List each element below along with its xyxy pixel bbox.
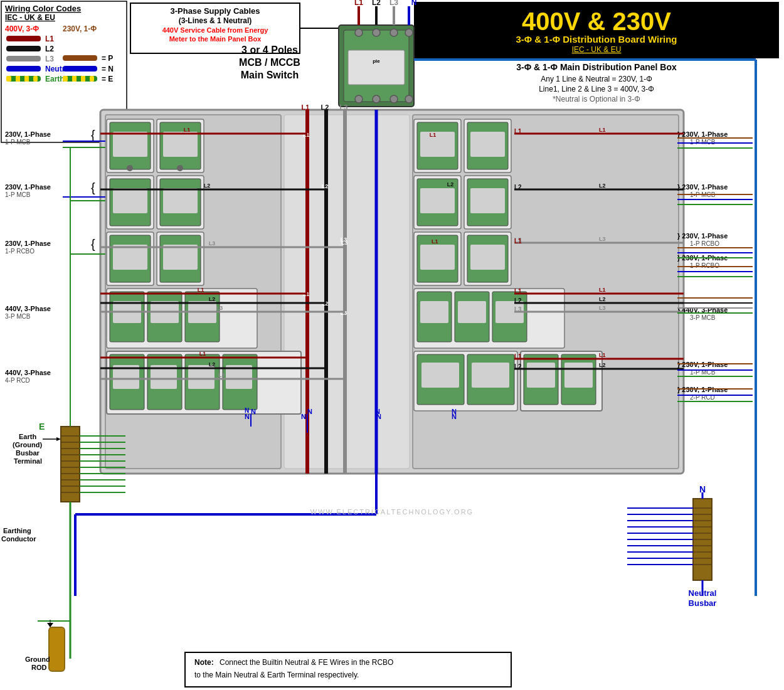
right-wire-l3-r4: L3 bbox=[599, 305, 606, 311]
svg-rect-34 bbox=[348, 50, 405, 85]
supply-meter-text: Meter to the Main Panel Box bbox=[169, 35, 262, 43]
wiring-codes-subtitle: IEC - UK & EU bbox=[5, 13, 55, 22]
main-diagram: Wiring Color Codes IEC - UK & EU 400V, 3… bbox=[0, 0, 784, 690]
svg-rect-116 bbox=[472, 363, 509, 388]
panel-info-line3: *Neutral is Optional in 3-Φ bbox=[553, 95, 640, 104]
wire-l1-row4: L1 bbox=[198, 287, 204, 293]
wire-l3-row5: L3 bbox=[218, 372, 225, 378]
panel-bottom-n1: N bbox=[251, 408, 256, 415]
busbar-l2: L2 bbox=[321, 104, 329, 111]
svg-rect-98 bbox=[470, 188, 505, 213]
wire-l1-row5: L1 bbox=[199, 351, 206, 357]
svg-rect-23 bbox=[90, 76, 94, 82]
svg-rect-92 bbox=[470, 132, 505, 157]
svg-rect-5 bbox=[6, 66, 41, 72]
svg-rect-61 bbox=[113, 188, 147, 213]
panel-bottom-n3: N bbox=[375, 408, 380, 415]
svg-rect-193 bbox=[49, 627, 65, 671]
left-label-5-sub: 4-P RCD bbox=[5, 377, 30, 384]
svg-rect-109 bbox=[420, 301, 448, 323]
right-label-2-main: } 230V, 1-Phase bbox=[677, 183, 728, 191]
svg-rect-20 bbox=[77, 76, 81, 82]
wire-l3-row3: L3 bbox=[209, 240, 216, 247]
svg-rect-2 bbox=[6, 36, 41, 41]
phase1-label: 230V, 1-Φ bbox=[63, 24, 97, 33]
svg-rect-121 bbox=[564, 363, 593, 388]
left-label-2-sub: 1-P MCB bbox=[5, 191, 31, 198]
svg-rect-89 bbox=[420, 132, 455, 157]
right-label-3b-sub: 1-P RCBO bbox=[690, 262, 719, 269]
svg-rect-3 bbox=[6, 46, 41, 51]
svg-rect-115 bbox=[421, 363, 459, 388]
busbar-label: Busbar bbox=[16, 449, 40, 457]
watermark: WWW.ELECTRICALTECHNOLOGY.ORG bbox=[310, 508, 474, 516]
switch-brand: ple bbox=[373, 58, 380, 64]
neutral-busbar-sublabel: Busbar bbox=[689, 598, 717, 608]
main-title-iec: IEC - UK & EU bbox=[572, 45, 622, 54]
note-text-line1: Connect the Builtin Neutral & FE Wires i… bbox=[220, 658, 393, 667]
svg-rect-95 bbox=[420, 188, 455, 213]
panel-right-l1-rcbo: L1 bbox=[514, 238, 522, 245]
right-l2-r2: L2 bbox=[447, 181, 454, 188]
right-l1-r1: L1 bbox=[430, 132, 437, 138]
ground-rod-label2: ROD bbox=[31, 664, 47, 671]
right-label-3-sub: 1-P RCBO bbox=[690, 240, 719, 247]
svg-rect-168 bbox=[61, 427, 80, 502]
svg-rect-101 bbox=[420, 245, 455, 270]
panel-info-line1: Any 1 Line & Neutral = 230V, 1-Φ bbox=[541, 75, 652, 83]
main-title-voltage: 400V & 230V bbox=[522, 8, 671, 35]
left-label-4-main: 440V, 3-Phase bbox=[5, 305, 51, 312]
note-text-line2: to the Main Neutral & Earth Terminal res… bbox=[194, 671, 359, 679]
top-l2-label: L2 bbox=[372, 0, 381, 7]
main-title-subtitle: 3-Φ & 1-Φ Distribution Board Wiring bbox=[516, 34, 677, 45]
left-bracket-1: { bbox=[91, 128, 95, 142]
earth-label: Earth bbox=[45, 75, 65, 83]
left-label-1-sub: 1-P MCB bbox=[5, 139, 31, 146]
right-wire-l3-r3: L3 bbox=[599, 236, 606, 242]
n-label: = N bbox=[102, 65, 114, 73]
panel-n-left: N bbox=[245, 413, 250, 420]
svg-rect-13 bbox=[33, 76, 38, 82]
earthing-conductor-label1: Earthing bbox=[3, 527, 31, 534]
switch-label-line1: 3 or 4 Poles bbox=[241, 45, 298, 55]
note-label: Note: bbox=[194, 658, 214, 667]
svg-rect-18 bbox=[68, 76, 72, 82]
svg-rect-19 bbox=[72, 76, 77, 82]
panel-right-l1-r4: L1 bbox=[514, 288, 522, 295]
svg-rect-15 bbox=[63, 66, 97, 72]
panel-info-title: 3-Φ & 1-Φ Main Distribution Panel Box bbox=[516, 62, 677, 72]
svg-rect-120 bbox=[527, 363, 555, 388]
switch-label-line2: MCB / MCCB bbox=[239, 57, 300, 68]
svg-rect-11 bbox=[24, 76, 29, 82]
earthing-conductor-label2: Conductor bbox=[1, 535, 36, 543]
right-wire-l1-r1: L1 bbox=[599, 127, 606, 133]
l2-label: L2 bbox=[45, 45, 54, 53]
left-label-2-main: 230V, 1-Phase bbox=[5, 183, 51, 191]
wire-l2-row4: L2 bbox=[209, 296, 216, 302]
panel-n-center: N bbox=[301, 413, 306, 420]
wire-l2-row5: L2 bbox=[209, 361, 216, 368]
svg-rect-10 bbox=[20, 76, 24, 82]
wire-l2-row2: L2 bbox=[204, 183, 211, 189]
phase3-label: 400V, 3-Φ bbox=[5, 24, 39, 33]
svg-rect-67 bbox=[113, 245, 147, 270]
right-rcbo-l1: L1 bbox=[432, 238, 438, 245]
panel-right-l3-r4: L3 bbox=[514, 306, 522, 313]
earth-e-label: E bbox=[39, 422, 45, 432]
svg-rect-110 bbox=[458, 301, 486, 323]
p-label: = P bbox=[102, 54, 113, 63]
wire-l1-row1: L1 bbox=[184, 127, 191, 133]
svg-rect-104 bbox=[470, 245, 505, 270]
wiring-codes-title: Wiring Color Codes bbox=[5, 4, 81, 13]
svg-rect-70 bbox=[163, 245, 198, 270]
supply-440v-text: 440V Service Cable from Energy bbox=[162, 26, 269, 34]
svg-point-36 bbox=[373, 95, 380, 103]
panel-bottom-n4: N bbox=[452, 408, 457, 415]
svg-rect-8 bbox=[11, 76, 16, 82]
svg-point-31 bbox=[373, 29, 380, 36]
busbar-l1: L1 bbox=[302, 104, 310, 111]
top-l3-label: L3 bbox=[389, 0, 398, 7]
ground-rod-label1: Ground bbox=[25, 656, 50, 663]
left-bracket-2: { bbox=[91, 181, 95, 194]
svg-rect-22 bbox=[85, 76, 90, 82]
